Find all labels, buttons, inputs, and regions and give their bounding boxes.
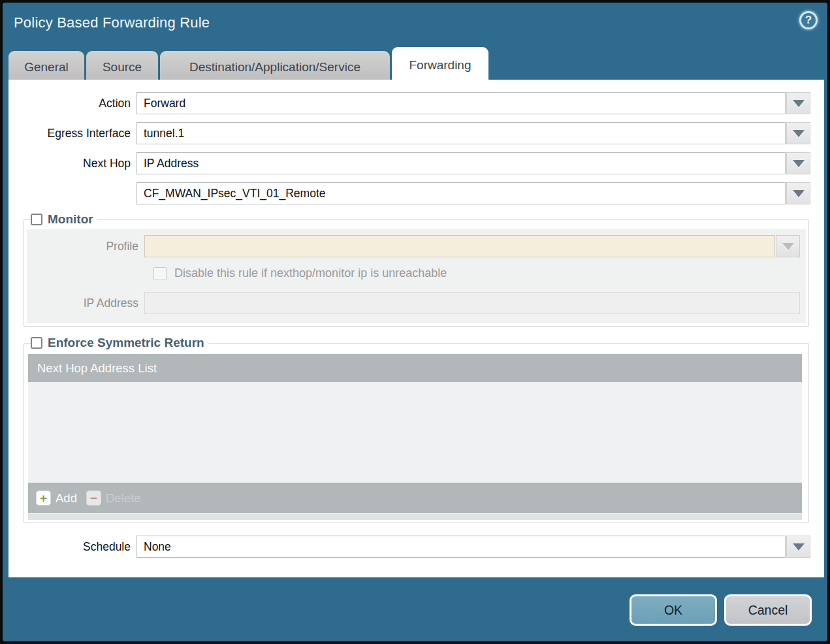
screen: Policy Based Forwarding Rule ? General S… [0, 0, 830, 644]
table-toolbar: + Add − Delete [28, 483, 802, 513]
add-button[interactable]: + Add [36, 491, 77, 506]
profile-row: Profile [27, 235, 806, 257]
monitor-ip-input [144, 292, 800, 314]
chevron-down-icon [793, 543, 805, 551]
tab-destination-application-service[interactable]: Destination/Application/Service [160, 51, 390, 84]
profile-select [144, 235, 775, 257]
next-hop-address-list-body[interactable] [28, 382, 802, 483]
next-hop-row: Next Hop IP Address [8, 152, 824, 174]
egress-interface-label: Egress Interface [8, 127, 136, 140]
chevron-down-icon [793, 100, 805, 107]
chevron-down-icon [793, 130, 805, 137]
egress-interface-dropdown-button[interactable] [786, 122, 810, 144]
schedule-row: Schedule None [8, 536, 824, 558]
tab-general[interactable]: General [8, 51, 84, 84]
next-hop-address-table: Next Hop Address List + Add − Delete [28, 354, 802, 520]
disable-rule-row: Disable this rule if nexthop/monitor ip … [153, 266, 806, 280]
egress-interface-select[interactable]: tunnel.1 [136, 122, 786, 144]
next-hop-address-row: CF_MWAN_IPsec_VTI_01_Remote [8, 182, 824, 204]
action-row: Action Forward [8, 92, 824, 114]
cancel-button[interactable]: Cancel [724, 594, 812, 626]
monitor-fieldset: Monitor Profile Disable this rule if nex… [24, 212, 809, 327]
next-hop-label: Next Hop [8, 157, 136, 170]
schedule-dropdown-button[interactable] [786, 536, 810, 558]
tab-source[interactable]: Source [86, 51, 158, 84]
dialog-footer: OK Cancel [3, 577, 827, 641]
disable-rule-label: Disable this rule if nexthop/monitor ip … [174, 266, 447, 280]
schedule-select[interactable]: None [136, 536, 786, 558]
monitor-checkbox[interactable] [31, 214, 42, 225]
dialog-title: Policy Based Forwarding Rule [14, 14, 210, 31]
profile-dropdown-button [776, 235, 800, 257]
disable-rule-checkbox [153, 267, 167, 280]
chevron-down-icon [782, 243, 794, 250]
tab-content-forwarding: Action Forward Egress Interface tunnel.1… [8, 80, 824, 577]
action-dropdown-button[interactable] [786, 92, 810, 114]
monitor-legend: Monitor [31, 212, 97, 227]
egress-interface-row: Egress Interface tunnel.1 [8, 122, 824, 144]
chevron-down-icon [793, 190, 805, 197]
pbf-rule-dialog: Policy Based Forwarding Rule ? General S… [3, 3, 827, 641]
add-button-label: Add [56, 491, 77, 506]
monitor-legend-label: Monitor [48, 212, 93, 227]
delete-button: − Delete [86, 491, 140, 506]
monitor-ip-label: IP Address [27, 297, 144, 310]
help-icon[interactable]: ? [799, 11, 818, 29]
tab-bar: General Source Destination/Application/S… [8, 47, 488, 84]
next-hop-type-select[interactable]: IP Address [136, 152, 786, 174]
action-label: Action [8, 97, 136, 110]
minus-icon: − [86, 491, 101, 506]
delete-button-label: Delete [106, 491, 140, 506]
symmetric-return-fieldset: Enforce Symmetric Return Next Hop Addres… [24, 336, 809, 523]
symmetric-return-legend: Enforce Symmetric Return [31, 336, 208, 350]
monitor-ip-row: IP Address [27, 292, 806, 314]
schedule-label: Schedule [8, 540, 136, 554]
ok-button[interactable]: OK [630, 594, 717, 626]
table-bottom-strip [28, 514, 802, 520]
symmetric-return-checkbox[interactable] [31, 337, 42, 349]
next-hop-address-list-header: Next Hop Address List [28, 354, 802, 382]
next-hop-dropdown-button[interactable] [786, 152, 810, 174]
profile-label: Profile [27, 240, 144, 253]
symmetric-return-legend-label: Enforce Symmetric Return [48, 336, 204, 350]
tab-forwarding[interactable]: Forwarding [392, 47, 488, 84]
dialog-titlebar: Policy Based Forwarding Rule ? [3, 3, 827, 44]
next-hop-address-dropdown-button[interactable] [786, 182, 810, 204]
plus-icon: + [36, 491, 51, 506]
monitor-panel: Profile Disable this rule if nexthop/mon… [27, 229, 806, 323]
action-select[interactable]: Forward [136, 92, 786, 114]
chevron-down-icon [793, 160, 805, 167]
next-hop-address-select[interactable]: CF_MWAN_IPsec_VTI_01_Remote [136, 182, 786, 204]
